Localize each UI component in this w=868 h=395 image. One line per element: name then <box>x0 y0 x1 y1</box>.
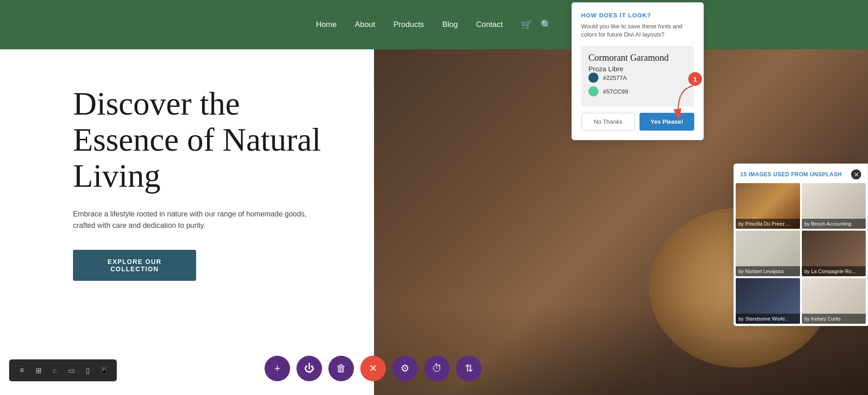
toolbar-desktop-icon[interactable]: ▭ <box>65 364 78 377</box>
unsplash-thumb-1[interactable]: by Priscilla Du Preez ... <box>736 183 800 229</box>
fab-timer-button[interactable]: ⏱ <box>424 356 450 381</box>
color-label-1: #22577A <box>603 74 627 81</box>
unsplash-thumb-3[interactable]: by Norbert Levajsics <box>736 231 800 276</box>
unsplash-title: 15 IMAGES USED FROM UNSPLASH <box>740 171 842 178</box>
fab-settings-button[interactable]: ⚙ <box>392 356 418 381</box>
color-row-1: #22577A <box>588 73 687 83</box>
font-proza: Proza Libre <box>588 65 687 73</box>
hero-subtitle: Embrace a lifestyle rooted in nature wit… <box>73 208 324 232</box>
badge-number: 1 <box>688 72 702 86</box>
unsplash-label-5: by Standsome Workl... <box>736 314 800 324</box>
unsplash-close-button[interactable]: ✕ <box>851 169 861 179</box>
unsplash-label-3: by Norbert Levajsics <box>736 266 800 276</box>
nav-about[interactable]: About <box>355 20 375 29</box>
hero-title: Discover the Essence of Natural Living <box>73 86 347 195</box>
hero-left: Discover the Essence of Natural Living E… <box>0 49 374 395</box>
fab-layers-button[interactable]: ⇅ <box>456 356 482 381</box>
fonts-dialog: HOW DOES IT LOOK? Would you like to save… <box>572 2 704 140</box>
dialog-buttons: No Thanks Yes Please! <box>581 113 694 131</box>
unsplash-grid: by Priscilla Du Preez ... by Bench Accou… <box>734 183 868 326</box>
nav-contact[interactable]: Contact <box>476 20 503 29</box>
nav-home[interactable]: Home <box>316 20 337 29</box>
unsplash-thumb-4[interactable]: by La Compagnie Ro... <box>802 231 866 276</box>
search-icon[interactable]: 🔍 <box>541 19 552 30</box>
color-swatch-1 <box>588 73 598 83</box>
dialog-description: Would you like to save these fonts and c… <box>581 22 694 39</box>
color-label-2: #57CC99 <box>603 88 628 95</box>
unsplash-thumb-5[interactable]: by Standsome Workl... <box>736 278 800 324</box>
font-cormorant: Cormorant Garamond <box>588 53 687 63</box>
nav-icons: 🛒 🔍 <box>521 19 552 30</box>
yes-please-button[interactable]: Yes Please! <box>639 113 694 131</box>
toolbar-grid-icon[interactable]: ⊞ <box>32 364 45 377</box>
fab-power-button[interactable]: ⏻ <box>296 356 322 381</box>
font-preview: Cormorant Garamond Proza Libre #22577A #… <box>581 46 694 106</box>
unsplash-header: 15 IMAGES USED FROM UNSPLASH ✕ <box>734 164 868 183</box>
color-swatch-2 <box>588 86 598 96</box>
toolbar-mobile-icon[interactable]: 📱 <box>98 364 110 377</box>
dialog-title: HOW DOES IT LOOK? <box>581 12 694 19</box>
fab-add-button[interactable]: + <box>265 356 290 381</box>
floating-actions: + ⏻ 🗑 ✕ ⚙ ⏱ ⇅ <box>265 356 482 381</box>
no-thanks-button[interactable]: No Thanks <box>581 113 635 131</box>
unsplash-label-2: by Bench Accounting <box>802 219 866 229</box>
color-row-2: #57CC99 <box>588 86 687 96</box>
explore-collection-button[interactable]: EXPLORE OUR COLLECTION <box>73 250 196 281</box>
unsplash-thumb-6[interactable]: by Kelsey Curtis <box>802 278 866 324</box>
unsplash-thumb-2[interactable]: by Bench Accounting <box>802 183 866 229</box>
unsplash-label-4: by La Compagnie Ro... <box>802 266 866 276</box>
cart-icon[interactable]: 🛒 <box>521 19 532 30</box>
toolbar-tablet-icon[interactable]: ▯ <box>81 364 94 377</box>
unsplash-label-1: by Priscilla Du Preez ... <box>736 219 800 229</box>
toolbar-menu-icon[interactable]: ≡ <box>16 364 28 377</box>
bottom-toolbar: ≡ ⊞ ⌕ ▭ ▯ 📱 <box>9 359 117 381</box>
nav-products[interactable]: Products <box>394 20 424 29</box>
navigation: Home About Products Blog Contact 🛒 🔍 <box>0 0 868 49</box>
unsplash-label-6: by Kelsey Curtis <box>802 314 866 324</box>
fab-delete-button[interactable]: 🗑 <box>328 356 354 381</box>
toolbar-search-icon[interactable]: ⌕ <box>48 364 61 377</box>
fab-close-button[interactable]: ✕ <box>360 356 386 381</box>
nav-blog[interactable]: Blog <box>442 20 458 29</box>
unsplash-panel: 15 IMAGES USED FROM UNSPLASH ✕ by Prisci… <box>733 163 868 326</box>
